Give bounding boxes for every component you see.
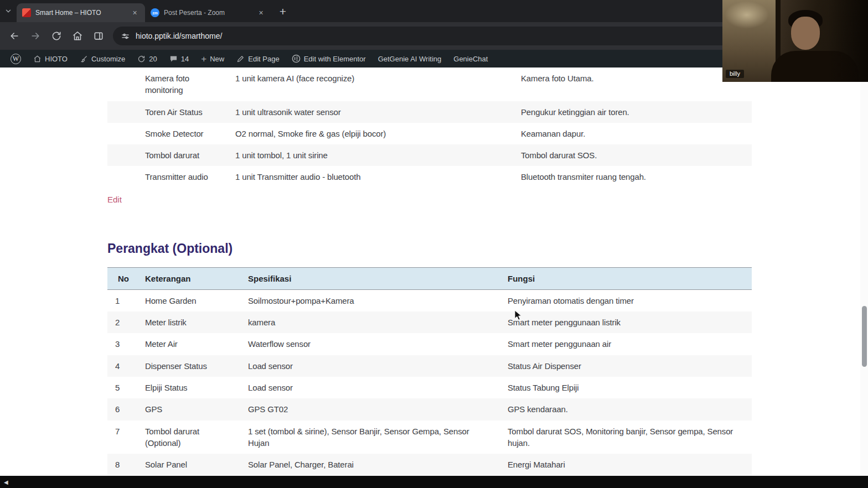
taskbar: ◀ <box>0 476 868 488</box>
tab-zoom[interactable]: zm Post Peserta - Zoom × <box>145 3 271 22</box>
side-panel-icon[interactable] <box>89 26 108 46</box>
home-button[interactable] <box>68 26 87 46</box>
devices-table: Kamera foto monitoring 1 unit kamera AI … <box>107 68 752 188</box>
cell-spesifikasi: Load sensor <box>240 355 500 377</box>
table-row: 6 GPS GPS GT02 GPS kendaraan. <box>107 398 752 420</box>
cell-keterangan: Toren Air Status <box>137 101 228 123</box>
cell-fungsi: Smart meter penggunaan listrik <box>500 312 752 333</box>
url-text[interactable]: hioto.pptik.id/smarthome/ <box>136 32 222 40</box>
column-header-keterangan: Keterangan <box>137 267 240 289</box>
elementor-icon <box>292 54 301 63</box>
adminbar-updates[interactable]: 20 <box>131 50 163 68</box>
cell-fungsi: Smart meter penggunaan air <box>500 333 752 355</box>
cell-spesifikasi: O2 normal, Smoke fire & gas (elpiji boco… <box>228 123 513 144</box>
edit-link[interactable]: Edit <box>107 195 122 204</box>
page-content: Kamera foto monitoring 1 unit kamera AI … <box>0 68 868 476</box>
cell-spesifikasi: 1 unit Transmitter audio - bluetooth <box>228 166 513 188</box>
table-row: 5 Elpiji Status Load sensor Status Tabun… <box>107 377 752 398</box>
wordpress-logo-icon: W <box>11 54 21 64</box>
table-row: 3 Meter Air Waterflow sensor Smart meter… <box>107 333 752 355</box>
column-header-spesifikasi: Spesifikasi <box>240 267 500 289</box>
tab-search-chevron-icon[interactable] <box>0 0 17 22</box>
webcam-name-label: billy <box>726 70 744 78</box>
cell-no <box>107 144 137 166</box>
wp-logo-menu[interactable]: W <box>4 50 27 68</box>
expand-arrow-icon[interactable]: ◀ <box>4 479 8 485</box>
cell-fungsi: Kamera foto Utama. <box>513 68 752 101</box>
table-row: Tombol darurat 1 unit tombol, 1 unit sir… <box>107 144 752 166</box>
cell-keterangan: Tombol darurat <box>137 144 228 166</box>
adminbar-new[interactable]: + New <box>195 50 230 68</box>
cell-spesifikasi: 1 unit tombol, 1 unit sirine <box>228 144 513 166</box>
cell-fungsi: Tombol darurat SOS, Monitoring banjir, S… <box>500 420 752 454</box>
adminbar-geniechat[interactable]: GenieChat <box>447 50 494 68</box>
adminbar-site-name[interactable]: HIOTO <box>27 50 74 68</box>
plus-icon: + <box>201 54 206 64</box>
cell-keterangan: Solar Panel <box>137 454 240 475</box>
home-icon <box>33 55 42 63</box>
cell-keterangan: Transmitter audio <box>137 166 228 188</box>
table-row: 8 Solar Panel Solar Panel, Charger, Bate… <box>107 454 752 475</box>
cell-no <box>107 123 137 144</box>
reload-button[interactable] <box>46 26 66 46</box>
adminbar-getgenie[interactable]: GetGenie AI Writing <box>372 50 448 68</box>
cell-no: 3 <box>107 333 137 355</box>
optional-devices-table: No Keterangan Spesifikasi Fungsi 1 Home … <box>107 267 752 476</box>
scrollbar[interactable] <box>860 68 868 476</box>
cell-no: 6 <box>107 398 137 420</box>
cell-no: 2 <box>107 312 137 333</box>
cell-keterangan: Elpiji Status <box>137 377 240 398</box>
brush-icon <box>80 55 88 63</box>
close-tab-icon[interactable]: × <box>130 8 140 18</box>
adminbar-comments[interactable]: 14 <box>163 50 195 68</box>
cell-keterangan: Tombol darurat (Optional) <box>137 420 240 454</box>
table-row: Kamera foto monitoring 1 unit kamera AI … <box>107 68 752 101</box>
table-row: 4 Dispenser Status Load sensor Status Ai… <box>107 355 752 377</box>
scrollbar-thumb[interactable] <box>862 306 867 367</box>
table-row: Transmitter audio 1 unit Transmitter aud… <box>107 166 752 188</box>
cell-spesifikasi: 1 set (tombol & sirine), Sensor Banjir, … <box>240 420 500 454</box>
tab-title: Smart Home – HIOTO <box>35 9 126 17</box>
adminbar-customize[interactable]: Customize <box>74 50 131 68</box>
column-header-no: No <box>107 267 137 289</box>
cell-no: 4 <box>107 355 137 377</box>
back-button[interactable] <box>4 26 24 46</box>
close-tab-icon[interactable]: × <box>256 8 266 18</box>
cell-fungsi: Keamanan dapur. <box>513 123 752 144</box>
hioto-favicon <box>22 8 31 17</box>
tab-smart-home[interactable]: Smart Home – HIOTO × <box>17 3 145 22</box>
cell-fungsi: Penyiraman otomatis dengan timer <box>500 289 752 312</box>
cell-fungsi: Status Air Dispenser <box>500 355 752 377</box>
updates-icon <box>137 55 146 63</box>
cell-spesifikasi: 1 unit ultrasonik water sensor <box>228 101 513 123</box>
cell-keterangan: GPS <box>137 398 240 420</box>
cell-spesifikasi: Load sensor <box>240 377 500 398</box>
cell-spesifikasi: GPS GT02 <box>240 398 500 420</box>
forward-button[interactable] <box>25 26 45 46</box>
cell-fungsi: Energi Matahari <box>500 454 752 475</box>
cell-keterangan: Home Garden <box>137 289 240 312</box>
table-row: Smoke Detector O2 normal, Smoke fire & g… <box>107 123 752 144</box>
table-row: 7 Tombol darurat (Optional) 1 set (tombo… <box>107 420 752 454</box>
adminbar-edit-page[interactable]: Edit Page <box>230 50 285 68</box>
cell-no: 1 <box>107 289 137 312</box>
site-info-icon[interactable] <box>121 32 130 41</box>
cell-no: 8 <box>107 454 137 475</box>
cell-no <box>107 101 137 123</box>
zoom-favicon: zm <box>151 8 159 17</box>
table-header-row: No Keterangan Spesifikasi Fungsi <box>107 267 752 289</box>
adminbar-elementor[interactable]: Edit with Elementor <box>286 50 372 68</box>
comment-icon <box>169 55 178 63</box>
tab-title: Post Peserta - Zoom <box>164 9 252 17</box>
cell-keterangan: Dispenser Status <box>137 355 240 377</box>
cell-no: 7 <box>107 420 137 454</box>
new-tab-button[interactable]: + <box>275 3 291 20</box>
webcam-overlay: billy <box>722 0 868 82</box>
cell-fungsi: Pengukur ketinggian air toren. <box>513 101 752 123</box>
cell-fungsi: GPS kendaraan. <box>500 398 752 420</box>
table-row: Toren Air Status 1 unit ultrasonik water… <box>107 101 752 123</box>
column-header-fungsi: Fungsi <box>500 267 752 289</box>
cell-keterangan: Kamera foto monitoring <box>137 68 228 101</box>
cell-spesifikasi: Waterflow sensor <box>240 333 500 355</box>
browser-window: Smart Home – HIOTO × zm Post Peserta - Z… <box>0 0 868 488</box>
